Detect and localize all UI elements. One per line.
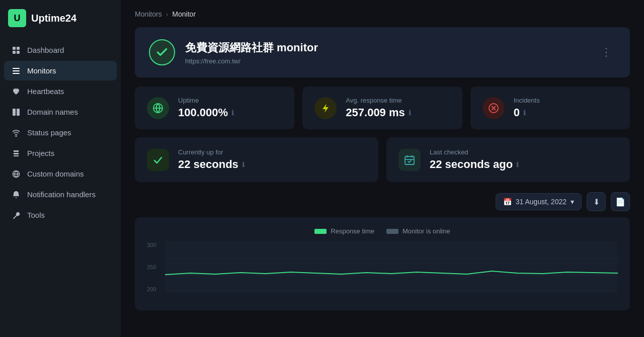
svg-rect-6 bbox=[13, 73, 20, 74]
checkmark-status-icon bbox=[147, 149, 169, 171]
stat-value-uptime: 100.000% ℹ bbox=[178, 106, 234, 119]
chart-y-labels: 300 250 200 bbox=[147, 242, 163, 292]
sidebar-item-monitors[interactable]: Monitors bbox=[4, 61, 117, 80]
globe-icon bbox=[11, 170, 21, 178]
sidebar-item-custom-domains[interactable]: Custom domains bbox=[4, 164, 117, 184]
svg-rect-3 bbox=[17, 51, 20, 54]
sidebar: U Uptime24 Dashboard bbox=[0, 0, 121, 337]
legend-swatch-response bbox=[314, 229, 327, 234]
logo-text: Uptime24 bbox=[31, 13, 76, 24]
stat-content-response: Avg. response time 257.009 ms ℹ bbox=[346, 97, 411, 119]
stats-grid: Uptime 100.000% ℹ Avg. response time 257… bbox=[135, 87, 630, 129]
stat-card-incidents: Incidents 0 ℹ bbox=[470, 87, 630, 129]
y-label-250: 250 bbox=[147, 264, 163, 270]
svg-rect-22 bbox=[165, 242, 618, 292]
status-card-uptime-for: Currently up for 22 seconds ℹ bbox=[135, 137, 378, 182]
sidebar-item-label: Tools bbox=[27, 211, 45, 219]
download-button[interactable]: ⬇ bbox=[587, 192, 606, 211]
stat-label-uptime: Uptime bbox=[178, 97, 234, 104]
tool-icon bbox=[11, 149, 21, 157]
sidebar-item-dashboard[interactable]: Dashboard bbox=[4, 40, 117, 60]
monitor-status-icon bbox=[149, 39, 175, 65]
svg-rect-8 bbox=[17, 109, 20, 116]
logo-icon: U bbox=[8, 9, 26, 27]
sidebar-item-status-pages[interactable]: Status pages bbox=[4, 123, 117, 142]
monitor-title: 免費資源網路社群 monitor bbox=[185, 40, 318, 55]
sidebar-item-label: Custom domains bbox=[27, 170, 84, 178]
date-picker-label: 31 August, 2022 bbox=[516, 198, 567, 206]
status-label-uptime-for: Currently up for bbox=[178, 148, 245, 156]
monitor-options-button[interactable]: ⋮ bbox=[597, 44, 616, 61]
legend-label-online: Monitor is online bbox=[403, 227, 450, 235]
svg-rect-18 bbox=[405, 156, 414, 164]
main-content: Monitors › Monitor 免費資源網路社群 monitor http… bbox=[121, 0, 644, 337]
wifi-icon bbox=[11, 129, 21, 137]
chevron-down-icon: ▾ bbox=[571, 198, 574, 206]
x-circle-stat-icon bbox=[482, 97, 505, 119]
sidebar-item-label: Status pages bbox=[27, 128, 71, 137]
status-label-last-checked: Last checked bbox=[430, 148, 519, 156]
breadcrumb: Monitors › Monitor bbox=[135, 10, 630, 18]
sidebar-item-label: Projects bbox=[27, 149, 54, 157]
legend-swatch-online bbox=[386, 229, 398, 234]
heart-icon bbox=[11, 88, 21, 96]
bolt-stat-icon bbox=[314, 97, 337, 119]
sidebar-item-heartbeats[interactable]: Heartbeats bbox=[4, 81, 117, 101]
monitor-header-left: 免費資源網路社群 monitor https://free.com.tw/ bbox=[149, 39, 318, 65]
breadcrumb-parent[interactable]: Monitors bbox=[135, 10, 162, 18]
uptime-for-info-icon[interactable]: ℹ bbox=[242, 161, 245, 168]
sidebar-nav: Dashboard Monitors Heartbeats bbox=[0, 36, 121, 337]
sidebar-item-tools[interactable]: Tools bbox=[4, 205, 117, 225]
sidebar-item-label: Notification handlers bbox=[27, 190, 96, 199]
breadcrumb-separator: › bbox=[166, 10, 169, 18]
stat-label-response: Avg. response time bbox=[346, 97, 411, 104]
bell-icon bbox=[11, 191, 21, 199]
status-grid: Currently up for 22 seconds ℹ Last check… bbox=[135, 137, 630, 182]
svg-rect-0 bbox=[13, 47, 16, 50]
monitor-url: https://free.com.tw/ bbox=[185, 57, 318, 65]
chart-svg bbox=[165, 242, 618, 292]
breadcrumb-current: Monitor bbox=[172, 10, 196, 18]
status-content-last-checked: Last checked 22 seconds ago ℹ bbox=[430, 148, 519, 171]
stat-content-incidents: Incidents 0 ℹ bbox=[514, 97, 540, 119]
response-info-icon[interactable]: ℹ bbox=[409, 109, 411, 117]
svg-point-9 bbox=[16, 135, 17, 136]
sidebar-item-notification-handlers[interactable]: Notification handlers bbox=[4, 185, 117, 204]
y-label-300: 300 bbox=[147, 242, 163, 248]
svg-marker-14 bbox=[323, 104, 329, 113]
status-card-last-checked: Last checked 22 seconds ago ℹ bbox=[386, 137, 630, 182]
legend-item-response: Response time bbox=[314, 227, 374, 235]
incidents-info-icon[interactable]: ℹ bbox=[523, 109, 526, 117]
legend-label-response: Response time bbox=[331, 227, 374, 235]
globe-stat-icon bbox=[147, 97, 169, 119]
status-content-uptime-for: Currently up for 22 seconds ℹ bbox=[178, 148, 245, 171]
chart-legend: Response time Monitor is online bbox=[147, 227, 618, 235]
sidebar-item-projects[interactable]: Projects bbox=[4, 143, 117, 163]
stat-value-response: 257.009 ms ℹ bbox=[346, 106, 411, 119]
y-label-200: 200 bbox=[147, 286, 163, 292]
uptime-info-icon[interactable]: ℹ bbox=[231, 109, 234, 117]
grid-icon bbox=[11, 46, 21, 54]
logo: U Uptime24 bbox=[0, 0, 121, 36]
status-value-uptime-for: 22 seconds ℹ bbox=[178, 158, 245, 171]
stat-value-incidents: 0 ℹ bbox=[514, 106, 540, 119]
date-picker-button[interactable]: 📅 31 August, 2022 ▾ bbox=[496, 193, 582, 210]
sidebar-item-label: Domain names bbox=[27, 108, 78, 116]
sidebar-item-label: Dashboard bbox=[27, 46, 64, 54]
chart-area: 300 250 200 bbox=[147, 242, 618, 292]
chart-toolbar: 📅 31 August, 2022 ▾ ⬇ 📄 bbox=[135, 192, 630, 211]
stat-card-response: Avg. response time 257.009 ms ℹ bbox=[302, 87, 462, 129]
svg-rect-5 bbox=[13, 70, 20, 71]
monitor-info: 免費資源網路社群 monitor https://free.com.tw/ bbox=[185, 40, 318, 65]
export-button[interactable]: 📄 bbox=[611, 192, 630, 211]
status-value-last-checked: 22 seconds ago ℹ bbox=[430, 158, 519, 171]
stat-content-uptime: Uptime 100.000% ℹ bbox=[178, 97, 234, 119]
svg-rect-2 bbox=[13, 51, 16, 54]
sidebar-item-domain-names[interactable]: Domain names bbox=[4, 102, 117, 122]
stat-label-incidents: Incidents bbox=[514, 97, 540, 104]
monitor-header-card: 免費資源網路社群 monitor https://free.com.tw/ ⋮ bbox=[135, 27, 630, 77]
stat-card-uptime: Uptime 100.000% ℹ bbox=[135, 87, 294, 129]
wrench-icon bbox=[11, 211, 21, 219]
calendar-small-icon: 📅 bbox=[503, 198, 512, 206]
last-checked-info-icon[interactable]: ℹ bbox=[516, 161, 519, 168]
